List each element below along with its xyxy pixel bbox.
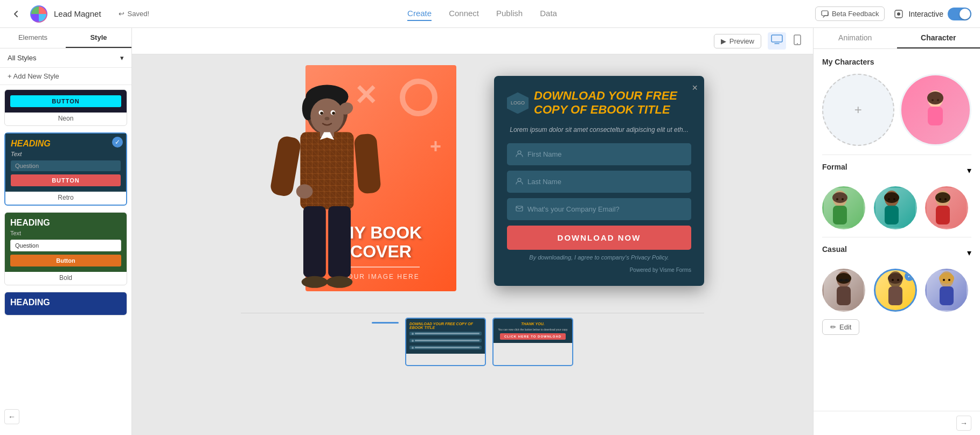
styles-dropdown-label: All Styles	[8, 54, 36, 62]
bold-question-preview: Question	[10, 240, 121, 251]
app-logo	[30, 5, 47, 23]
bold-heading-preview: HEADING	[10, 218, 121, 228]
casual-section-header[interactable]: Casual ▾	[822, 245, 971, 261]
style-card-neon[interactable]: BUTTON Neon	[4, 89, 127, 126]
form-email-input[interactable]: What's your Company Email?	[507, 198, 691, 220]
thumb-input-text-2	[415, 340, 479, 341]
add-style-button[interactable]: + Add New Style	[0, 68, 131, 85]
add-icon: +	[854, 102, 862, 117]
main-layout: Elements Style All Styles ▾ + Add New St…	[0, 28, 980, 435]
section-divider-2	[822, 237, 971, 237]
right-panel-collapse-button[interactable]: →	[956, 416, 971, 431]
bold-text-preview: Text	[10, 230, 121, 236]
formal-characters-grid	[822, 186, 971, 229]
canvas-scroll-area[interactable]: ✕ + MY BOOK COVER YOUR IMAGE HERE	[132, 54, 813, 435]
thumb-input-text-3	[415, 347, 479, 348]
logo-text: LOGO	[511, 100, 525, 106]
casual-char-1[interactable]	[822, 269, 865, 312]
mobile-view-icon[interactable]	[790, 32, 804, 50]
svg-rect-63	[888, 286, 902, 305]
pencil-icon: ✏	[830, 323, 836, 331]
tab-animation[interactable]: Animation	[814, 28, 897, 48]
svg-point-53	[944, 198, 947, 200]
tab-character[interactable]: Character	[897, 28, 981, 48]
page-thumbnails: DOWNLOAD YOUR FREE COPY OF EBOOK TITLE	[241, 313, 704, 373]
my-characters-section: My Characters +	[814, 49, 980, 343]
form-logo-hex: LOGO	[507, 92, 529, 114]
style-card-bold[interactable]: HEADING Text Question Button Bold	[4, 212, 127, 285]
beta-feedback-button[interactable]: Beta Feedback	[815, 6, 885, 21]
tab-elements[interactable]: Elements	[0, 28, 66, 48]
thumb-1-content: DOWNLOAD YOUR FREE COPY OF EBOOK TITLE	[406, 319, 485, 354]
form-lastname-input[interactable]: Last Name	[507, 171, 691, 193]
thumbnail-page-2[interactable]: THANK YOU. You can now click the button …	[492, 318, 573, 366]
tab-publish[interactable]: Publish	[496, 6, 523, 21]
svg-point-5	[797, 43, 798, 44]
edit-character-button[interactable]: ✏ Edit	[822, 319, 859, 335]
svg-point-31	[518, 151, 521, 154]
lastname-placeholder: Last Name	[527, 178, 561, 186]
my-character-1[interactable]	[900, 74, 972, 146]
formal-section-title: Formal	[822, 163, 847, 171]
back-button[interactable]	[9, 6, 24, 22]
thumb-input-dot-3	[412, 347, 414, 349]
thumb-input-text-1	[415, 333, 479, 334]
top-navigation: Lead Magnet ↩ Saved! Create Connect Publ…	[0, 0, 980, 28]
style-card-retro[interactable]: ✓ HEADING Text Question BUTTON Retro	[4, 132, 127, 206]
svg-rect-0	[822, 11, 828, 16]
svg-point-14	[325, 117, 330, 121]
form-firstname-input[interactable]: First Name	[507, 143, 691, 165]
formal-char-1[interactable]	[822, 186, 865, 229]
bold-button-preview: Button	[10, 255, 121, 266]
thumb-input-dot-1	[412, 333, 414, 335]
download-now-button[interactable]: DOWNLOAD NOW	[507, 226, 691, 250]
saved-text: Saved!	[128, 10, 149, 18]
svg-point-70	[943, 279, 945, 281]
svg-point-43	[842, 198, 844, 200]
lead-magnet-design: ✕ + MY BOOK COVER YOUR IMAGE HERE	[241, 65, 704, 313]
add-new-character-button[interactable]: +	[822, 74, 894, 146]
styles-dropdown[interactable]: All Styles ▾	[0, 48, 131, 68]
tab-style[interactable]: Style	[66, 28, 131, 48]
desktop-view-icon[interactable]	[768, 32, 786, 50]
character-3d-figure	[268, 76, 386, 291]
person-icon-2	[516, 177, 523, 186]
thumbnail-page-1[interactable]: DOWNLOAD YOUR FREE COPY OF EBOOK TITLE	[405, 318, 486, 366]
svg-point-28	[302, 276, 328, 288]
form-modal: × LOGO DOWNLOAD YOUR FREE COPY OF EBOOK …	[494, 76, 704, 286]
retro-selected-check: ✓	[112, 137, 123, 148]
form-close-button[interactable]: ×	[692, 82, 698, 94]
thumb-2-button: CLICK HERE TO DOWNLOAD	[500, 333, 566, 340]
svg-point-46	[884, 192, 899, 203]
left-panel-tabs: Elements Style	[0, 28, 131, 48]
left-panel-collapse-button[interactable]: ←	[4, 409, 19, 424]
thumb-input-dot-2	[412, 340, 414, 342]
svg-rect-68	[940, 286, 954, 305]
my-characters-title: My Characters	[822, 58, 971, 66]
style-card-blue[interactable]: HEADING	[4, 292, 127, 315]
interactive-toggle-switch[interactable]	[948, 8, 971, 20]
svg-point-12	[320, 112, 323, 115]
preview-button[interactable]: ▶ Preview	[714, 34, 761, 48]
casual-char-3-svg	[930, 269, 963, 312]
my-characters-grid: +	[822, 74, 971, 146]
collapse-left-icon: ←	[8, 412, 16, 421]
tab-data[interactable]: Data	[540, 6, 557, 21]
formal-char-2[interactable]	[874, 186, 917, 229]
beta-feedback-label: Beta Feedback	[832, 10, 879, 18]
thumb-2-text: You can now click the button below to do…	[498, 328, 567, 331]
formal-chevron-icon: ▾	[967, 165, 971, 176]
casual-char-2[interactable]: ✓	[874, 269, 917, 312]
svg-rect-22	[269, 135, 302, 198]
undo-icon: ↩	[119, 10, 124, 18]
svg-rect-50	[936, 206, 950, 224]
formal-char-3[interactable]	[925, 186, 968, 229]
neon-card-label: Neon	[5, 113, 127, 125]
casual-char-3[interactable]	[925, 269, 968, 312]
tab-connect[interactable]: Connect	[449, 6, 479, 21]
formal-section-header[interactable]: Formal ▾	[822, 163, 971, 179]
svg-rect-35	[928, 107, 943, 125]
neon-button-preview: BUTTON	[10, 95, 121, 107]
tab-create[interactable]: Create	[407, 6, 432, 21]
form-subtitle: Lorem ipsum dolor sit amet consecteltur …	[507, 126, 691, 134]
